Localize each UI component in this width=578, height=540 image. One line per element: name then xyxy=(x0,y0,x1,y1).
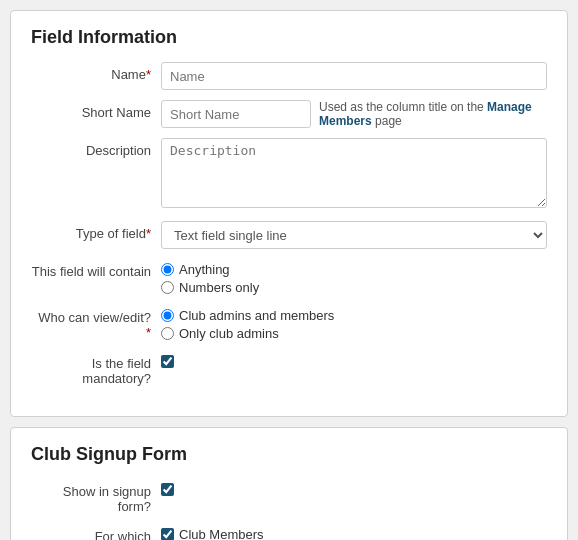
type-select[interactable]: Text field single line xyxy=(161,221,547,249)
type-field-container: Text field single line xyxy=(161,221,547,249)
contains-anything-item[interactable]: Anything xyxy=(161,262,547,277)
signup-form-title: Club Signup Form xyxy=(31,444,547,465)
view-admins-only-item[interactable]: Only club admins xyxy=(161,326,547,341)
contains-options: Anything Numbers only xyxy=(161,259,547,295)
view-admins-members-radio[interactable] xyxy=(161,309,174,322)
contains-anything-radio[interactable] xyxy=(161,263,174,276)
name-label: Name* xyxy=(31,62,161,82)
members-checkboxes: Club MembersPlayersParentsTheir children… xyxy=(161,524,547,540)
contains-numbers-radio[interactable] xyxy=(161,281,174,294)
member-item-0[interactable]: Club Members xyxy=(161,527,547,540)
mandatory-checkbox-container xyxy=(161,351,547,371)
field-information-panel: Field Information Name* Short Name Used … xyxy=(10,10,568,417)
mandatory-checkbox[interactable] xyxy=(161,355,174,368)
contains-row: This field will contain Anything Numbers… xyxy=(31,259,547,295)
show-signup-row: Show in signup form? xyxy=(31,479,547,514)
short-name-row: Short Name Used as the column title on t… xyxy=(31,100,547,128)
view-row: Who can view/edit? * Club admins and mem… xyxy=(31,305,547,341)
members-label: For which members? xyxy=(31,524,161,540)
show-signup-label: Show in signup form? xyxy=(31,479,161,514)
contains-label: This field will contain xyxy=(31,259,161,279)
description-input[interactable] xyxy=(161,138,547,208)
short-name-hint: Used as the column title on the Manage M… xyxy=(319,100,547,128)
name-row: Name* xyxy=(31,62,547,90)
view-options: Club admins and members Only club admins xyxy=(161,305,547,341)
short-name-input[interactable] xyxy=(161,100,311,128)
mandatory-label: Is the field mandatory? xyxy=(31,351,161,386)
view-label: Who can view/edit? * xyxy=(31,305,161,340)
short-name-field-container: Used as the column title on the Manage M… xyxy=(161,100,547,128)
members-row: For which members? Club MembersPlayersPa… xyxy=(31,524,547,540)
name-input[interactable] xyxy=(161,62,547,90)
contains-radio-group: Anything Numbers only xyxy=(161,259,547,295)
signup-form-panel: Club Signup Form Show in signup form? Fo… xyxy=(10,427,568,540)
view-admins-members-item[interactable]: Club admins and members xyxy=(161,308,547,323)
mandatory-row: Is the field mandatory? xyxy=(31,351,547,386)
view-admins-only-radio[interactable] xyxy=(161,327,174,340)
description-label: Description xyxy=(31,138,161,158)
name-field-container xyxy=(161,62,547,90)
description-field-container xyxy=(161,138,547,211)
show-signup-checkbox[interactable] xyxy=(161,483,174,496)
member-checkbox-0[interactable] xyxy=(161,528,174,540)
type-label: Type of field* xyxy=(31,221,161,241)
short-name-label: Short Name xyxy=(31,100,161,120)
member-checkbox-list: Club MembersPlayersParentsTheir children… xyxy=(161,524,547,540)
view-radio-group: Club admins and members Only club admins xyxy=(161,305,547,341)
contains-numbers-item[interactable]: Numbers only xyxy=(161,280,547,295)
field-information-title: Field Information xyxy=(31,27,547,48)
show-signup-checkbox-container xyxy=(161,479,547,499)
type-row: Type of field* Text field single line xyxy=(31,221,547,249)
description-row: Description xyxy=(31,138,547,211)
